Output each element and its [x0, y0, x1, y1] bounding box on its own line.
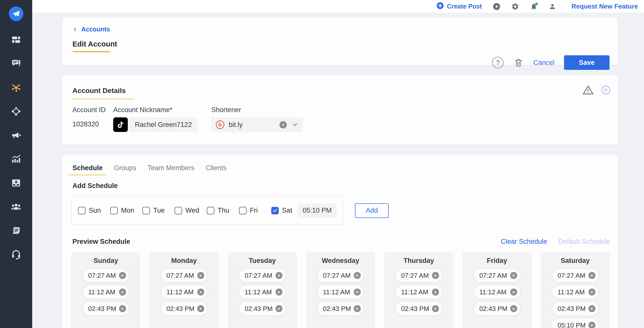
logo-paper-plane-icon[interactable] — [9, 7, 23, 21]
remove-time-icon[interactable] — [119, 305, 126, 312]
time-slot-chip: 11:12 AM — [552, 285, 599, 299]
account-details-heading: Account Details — [72, 87, 126, 95]
user-icon[interactable] — [548, 3, 556, 11]
default-schedule-link[interactable]: Default Schedule — [558, 238, 610, 246]
content-icon[interactable] — [11, 225, 22, 236]
remove-time-icon[interactable] — [197, 305, 204, 312]
add-button[interactable]: Add — [355, 203, 389, 218]
request-new-feature-link[interactable]: Request New Feature — [572, 3, 638, 10]
breadcrumb-accounts-link[interactable]: Accounts — [81, 26, 110, 33]
time-slot-chip: 07:27 AM — [160, 268, 208, 283]
schedule-column-thursday: Thursday 07:27 AM 11:12 AM 02:43 PM — [384, 252, 453, 328]
remove-time-icon[interactable] — [119, 272, 126, 279]
tab-clients[interactable]: Clients — [206, 163, 227, 175]
accounts-network-icon[interactable] — [11, 82, 22, 93]
plus-circle-icon — [436, 2, 444, 11]
remove-time-icon[interactable] — [354, 272, 361, 279]
remove-time-icon[interactable] — [588, 305, 595, 312]
remove-time-icon[interactable] — [354, 305, 361, 312]
dashboard-icon[interactable] — [11, 34, 22, 45]
day-checkbox-thu[interactable]: Thu — [207, 207, 239, 214]
remove-time-icon[interactable] — [588, 322, 595, 328]
remove-time-icon[interactable] — [119, 289, 126, 296]
clear-x-icon[interactable] — [279, 121, 287, 128]
remove-time-icon[interactable] — [510, 272, 517, 279]
time-input[interactable]: 05:10 PM — [298, 203, 337, 218]
tab-schedule[interactable]: Schedule — [72, 163, 103, 175]
inbox-icon[interactable] — [11, 177, 22, 189]
pause-circle-icon[interactable] — [600, 85, 611, 96]
time-slot-chip: 11:12 AM — [239, 285, 286, 299]
groups-diamond-icon[interactable] — [11, 106, 22, 117]
tab-groups[interactable]: Groups — [114, 163, 136, 175]
schedule-column-friday: Friday 07:27 AM 11:12 AM 02:43 PM — [462, 252, 532, 328]
remove-time-icon[interactable] — [510, 305, 517, 312]
time-slot-chip: 02:43 PM — [473, 301, 521, 316]
sidebar — [0, 0, 32, 328]
remove-time-icon[interactable] — [432, 289, 439, 296]
remove-time-icon[interactable] — [432, 305, 439, 312]
play-circle-icon[interactable] — [493, 3, 501, 11]
page-title: Edit Account — [72, 40, 117, 48]
day-checkbox[interactable] — [207, 207, 214, 214]
day-checkbox-tue[interactable]: Tue — [142, 207, 175, 214]
help-icon[interactable]: ? — [492, 57, 504, 68]
schedule-tabs: ScheduleGroupsTeam MembersClients — [72, 163, 618, 175]
day-checkbox[interactable] — [175, 207, 182, 214]
day-checkbox[interactable] — [142, 207, 150, 214]
chevron-left-icon — [72, 27, 78, 32]
time-slot-chip: 07:27 AM — [395, 268, 442, 283]
remove-time-icon[interactable] — [354, 289, 361, 296]
remove-time-icon[interactable] — [275, 305, 283, 312]
day-checkbox[interactable] — [110, 207, 118, 214]
gear-icon[interactable] — [511, 3, 519, 11]
day-checkbox[interactable] — [78, 207, 86, 214]
day-column-title: Wednesday — [306, 257, 375, 265]
save-button[interactable]: Save — [564, 55, 610, 70]
edit-account-header-card: Accounts Edit Account ? Cancel Save — [62, 18, 618, 65]
schedule-column-tuesday: Tuesday 07:27 AM 11:12 AM 02:43 PM — [228, 252, 297, 328]
remove-time-icon[interactable] — [588, 289, 595, 296]
time-slot-chip: 05:10 PM — [552, 318, 599, 328]
posts-icon[interactable] — [11, 58, 22, 69]
day-column-title: Saturday — [541, 257, 610, 265]
shortener-select[interactable]: b bit.ly — [211, 117, 303, 132]
analytics-icon[interactable] — [11, 154, 22, 165]
time-slot-chip: 02:43 PM — [160, 301, 208, 316]
breadcrumb[interactable]: Accounts — [72, 26, 110, 33]
promote-megaphone-icon[interactable] — [11, 130, 22, 141]
support-headset-icon[interactable] — [11, 249, 22, 260]
schedule-card: ScheduleGroupsTeam MembersClients Add Sc… — [62, 155, 618, 328]
day-checkbox-sun[interactable]: Sun — [78, 207, 110, 214]
create-post-button[interactable]: Create Post — [436, 2, 482, 11]
preview-columns: Sunday 07:27 AM 11:12 AM 02:43 PM Monday… — [71, 252, 618, 328]
account-nickname-input[interactable] — [129, 117, 197, 132]
remove-time-icon[interactable] — [197, 272, 204, 279]
bell-icon[interactable] — [530, 3, 538, 11]
day-checkbox-sat[interactable]: Sat — [271, 207, 292, 214]
account-details-card: Account Details Account ID 1028320 Accou… — [62, 75, 618, 145]
trash-icon[interactable] — [513, 57, 524, 68]
day-checkbox-wed[interactable]: Wed — [175, 207, 207, 214]
cancel-button[interactable]: Cancel — [533, 59, 554, 67]
warning-triangle-icon[interactable] — [582, 84, 594, 97]
remove-time-icon[interactable] — [588, 272, 595, 279]
shortener-label: Shortener — [211, 106, 303, 114]
team-icon[interactable] — [11, 201, 22, 212]
remove-time-icon[interactable] — [510, 289, 517, 296]
remove-time-icon[interactable] — [197, 289, 204, 296]
clear-schedule-link[interactable]: Clear Schedule — [501, 238, 547, 246]
remove-time-icon[interactable] — [432, 272, 439, 279]
remove-time-icon[interactable] — [275, 272, 283, 279]
tab-team-members[interactable]: Team Members — [148, 163, 194, 175]
day-checkbox[interactable] — [239, 207, 247, 214]
bitly-icon: b — [216, 120, 224, 129]
time-slot-chip: 07:27 AM — [317, 268, 364, 283]
remove-time-icon[interactable] — [275, 289, 283, 296]
schedule-column-sunday: Sunday 07:27 AM 11:12 AM 02:43 PM — [71, 252, 140, 328]
day-checkbox[interactable] — [271, 207, 279, 214]
day-checkbox-mon[interactable]: Mon — [110, 207, 142, 214]
day-checkbox-fri[interactable]: Fri — [239, 207, 271, 214]
day-column-title: Sunday — [71, 257, 140, 265]
account-nickname-label: Account Nickname* — [113, 106, 211, 114]
